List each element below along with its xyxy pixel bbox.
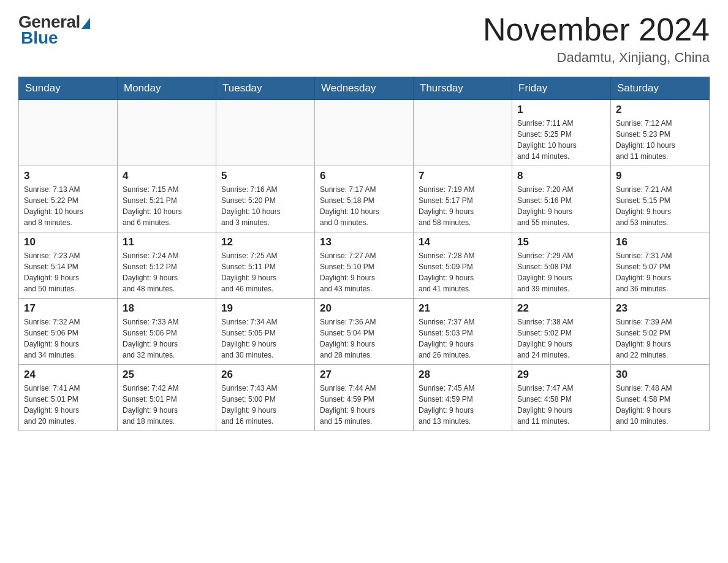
day-info: Sunrise: 7:15 AMSunset: 5:21 PMDaylight:… (123, 184, 211, 228)
day-info: Sunrise: 7:38 AMSunset: 5:02 PMDaylight:… (517, 316, 605, 361)
day-info: Sunrise: 7:36 AMSunset: 5:04 PMDaylight:… (320, 316, 408, 361)
page-header: General Blue November 2024 Dadamtu, Xinj… (18, 12, 710, 66)
day-number: 6 (320, 170, 408, 182)
day-number: 8 (517, 170, 605, 182)
day-number: 16 (616, 236, 704, 248)
day-number: 14 (419, 236, 507, 248)
day-of-week-header: Thursday (414, 77, 512, 100)
day-info: Sunrise: 7:34 AMSunset: 5:05 PMDaylight:… (221, 316, 309, 361)
calendar-day-cell: 14Sunrise: 7:28 AMSunset: 5:09 PMDayligh… (414, 232, 512, 299)
day-info: Sunrise: 7:45 AMSunset: 4:59 PMDaylight:… (419, 383, 507, 427)
day-number: 1 (517, 104, 605, 116)
day-info: Sunrise: 7:31 AMSunset: 5:07 PMDaylight:… (616, 250, 704, 294)
day-of-week-header: Tuesday (216, 77, 315, 100)
day-number: 24 (24, 369, 112, 381)
calendar-week-row: 3Sunrise: 7:13 AMSunset: 5:22 PMDaylight… (19, 166, 710, 232)
day-number: 26 (221, 369, 309, 381)
days-of-week-row: SundayMondayTuesdayWednesdayThursdayFrid… (19, 77, 710, 100)
day-number: 19 (221, 302, 309, 315)
day-info: Sunrise: 7:39 AMSunset: 5:02 PMDaylight:… (616, 316, 704, 361)
day-info: Sunrise: 7:13 AMSunset: 5:22 PMDaylight:… (24, 184, 112, 228)
day-number: 7 (419, 170, 507, 182)
day-of-week-header: Wednesday (315, 77, 414, 100)
day-number: 4 (123, 170, 211, 182)
day-number: 29 (517, 369, 605, 381)
calendar-week-row: 1Sunrise: 7:11 AMSunset: 5:25 PMDaylight… (19, 100, 710, 166)
day-info: Sunrise: 7:47 AMSunset: 4:58 PMDaylight:… (517, 383, 605, 427)
day-number: 27 (320, 369, 408, 381)
calendar-day-cell: 12Sunrise: 7:25 AMSunset: 5:11 PMDayligh… (216, 232, 315, 299)
calendar-day-cell (118, 100, 216, 166)
calendar-day-cell: 16Sunrise: 7:31 AMSunset: 5:07 PMDayligh… (611, 232, 710, 299)
calendar-day-cell: 15Sunrise: 7:29 AMSunset: 5:08 PMDayligh… (512, 232, 611, 299)
day-info: Sunrise: 7:32 AMSunset: 5:06 PMDaylight:… (24, 316, 112, 361)
calendar-day-cell: 28Sunrise: 7:45 AMSunset: 4:59 PMDayligh… (414, 365, 512, 431)
day-info: Sunrise: 7:33 AMSunset: 5:06 PMDaylight:… (123, 316, 211, 361)
calendar-day-cell: 25Sunrise: 7:42 AMSunset: 5:01 PMDayligh… (118, 365, 216, 431)
logo-blue-text: Blue (18, 28, 58, 48)
calendar-day-cell: 10Sunrise: 7:23 AMSunset: 5:14 PMDayligh… (19, 232, 118, 299)
day-info: Sunrise: 7:41 AMSunset: 5:01 PMDaylight:… (24, 383, 112, 427)
day-number: 15 (517, 236, 605, 248)
day-number: 12 (221, 236, 309, 248)
calendar-day-cell: 26Sunrise: 7:43 AMSunset: 5:00 PMDayligh… (216, 365, 315, 431)
calendar-day-cell: 9Sunrise: 7:21 AMSunset: 5:15 PMDaylight… (611, 166, 710, 232)
calendar-week-row: 17Sunrise: 7:32 AMSunset: 5:06 PMDayligh… (19, 299, 710, 365)
day-info: Sunrise: 7:11 AMSunset: 5:25 PMDaylight:… (517, 118, 605, 162)
calendar-week-row: 24Sunrise: 7:41 AMSunset: 5:01 PMDayligh… (19, 365, 710, 431)
calendar-day-cell: 22Sunrise: 7:38 AMSunset: 5:02 PMDayligh… (512, 299, 611, 365)
day-info: Sunrise: 7:43 AMSunset: 5:00 PMDaylight:… (221, 383, 309, 427)
day-info: Sunrise: 7:20 AMSunset: 5:16 PMDaylight:… (517, 184, 605, 228)
calendar-day-cell: 4Sunrise: 7:15 AMSunset: 5:21 PMDaylight… (118, 166, 216, 232)
day-number: 2 (616, 104, 704, 116)
calendar-day-cell: 21Sunrise: 7:37 AMSunset: 5:03 PMDayligh… (414, 299, 512, 365)
day-info: Sunrise: 7:42 AMSunset: 5:01 PMDaylight:… (123, 383, 211, 427)
day-info: Sunrise: 7:25 AMSunset: 5:11 PMDaylight:… (221, 250, 309, 294)
day-of-week-header: Friday (512, 77, 611, 100)
calendar-day-cell: 18Sunrise: 7:33 AMSunset: 5:06 PMDayligh… (118, 299, 216, 365)
day-number: 25 (123, 369, 211, 381)
day-of-week-header: Sunday (19, 77, 118, 100)
day-info: Sunrise: 7:12 AMSunset: 5:23 PMDaylight:… (616, 118, 704, 162)
calendar-table: SundayMondayTuesdayWednesdayThursdayFrid… (18, 77, 710, 431)
day-info: Sunrise: 7:28 AMSunset: 5:09 PMDaylight:… (419, 250, 507, 294)
day-number: 11 (123, 236, 211, 248)
calendar-week-row: 10Sunrise: 7:23 AMSunset: 5:14 PMDayligh… (19, 232, 710, 299)
calendar-day-cell: 2Sunrise: 7:12 AMSunset: 5:23 PMDaylight… (611, 100, 710, 166)
calendar-day-cell: 8Sunrise: 7:20 AMSunset: 5:16 PMDaylight… (512, 166, 611, 232)
day-number: 23 (616, 302, 704, 315)
title-area: November 2024 Dadamtu, Xinjiang, China (483, 12, 710, 66)
calendar-day-cell: 3Sunrise: 7:13 AMSunset: 5:22 PMDaylight… (19, 166, 118, 232)
day-of-week-header: Monday (118, 77, 216, 100)
calendar-day-cell: 23Sunrise: 7:39 AMSunset: 5:02 PMDayligh… (611, 299, 710, 365)
day-info: Sunrise: 7:48 AMSunset: 4:58 PMDaylight:… (616, 383, 704, 427)
logo: General Blue (18, 12, 90, 48)
calendar-day-cell (19, 100, 118, 166)
day-number: 22 (517, 302, 605, 315)
calendar-day-cell: 19Sunrise: 7:34 AMSunset: 5:05 PMDayligh… (216, 299, 315, 365)
day-info: Sunrise: 7:16 AMSunset: 5:20 PMDaylight:… (221, 184, 309, 228)
calendar-day-cell: 11Sunrise: 7:24 AMSunset: 5:12 PMDayligh… (118, 232, 216, 299)
calendar-day-cell: 29Sunrise: 7:47 AMSunset: 4:58 PMDayligh… (512, 365, 611, 431)
calendar-body: 1Sunrise: 7:11 AMSunset: 5:25 PMDaylight… (19, 100, 710, 431)
day-of-week-header: Saturday (611, 77, 710, 100)
calendar-day-cell: 17Sunrise: 7:32 AMSunset: 5:06 PMDayligh… (19, 299, 118, 365)
calendar-day-cell: 27Sunrise: 7:44 AMSunset: 4:59 PMDayligh… (315, 365, 414, 431)
day-number: 3 (24, 170, 112, 182)
day-info: Sunrise: 7:37 AMSunset: 5:03 PMDaylight:… (419, 316, 507, 361)
calendar-day-cell: 13Sunrise: 7:27 AMSunset: 5:10 PMDayligh… (315, 232, 414, 299)
day-info: Sunrise: 7:21 AMSunset: 5:15 PMDaylight:… (616, 184, 704, 228)
day-number: 10 (24, 236, 112, 248)
calendar-day-cell: 24Sunrise: 7:41 AMSunset: 5:01 PMDayligh… (19, 365, 118, 431)
day-number: 20 (320, 302, 408, 315)
calendar-day-cell (216, 100, 315, 166)
day-info: Sunrise: 7:29 AMSunset: 5:08 PMDaylight:… (517, 250, 605, 294)
day-info: Sunrise: 7:44 AMSunset: 4:59 PMDaylight:… (320, 383, 408, 427)
calendar-day-cell: 5Sunrise: 7:16 AMSunset: 5:20 PMDaylight… (216, 166, 315, 232)
calendar-day-cell: 1Sunrise: 7:11 AMSunset: 5:25 PMDaylight… (512, 100, 611, 166)
day-number: 13 (320, 236, 408, 248)
day-info: Sunrise: 7:17 AMSunset: 5:18 PMDaylight:… (320, 184, 408, 228)
day-number: 9 (616, 170, 704, 182)
location-text: Dadamtu, Xinjiang, China (483, 50, 710, 66)
calendar-header: SundayMondayTuesdayWednesdayThursdayFrid… (19, 77, 710, 100)
